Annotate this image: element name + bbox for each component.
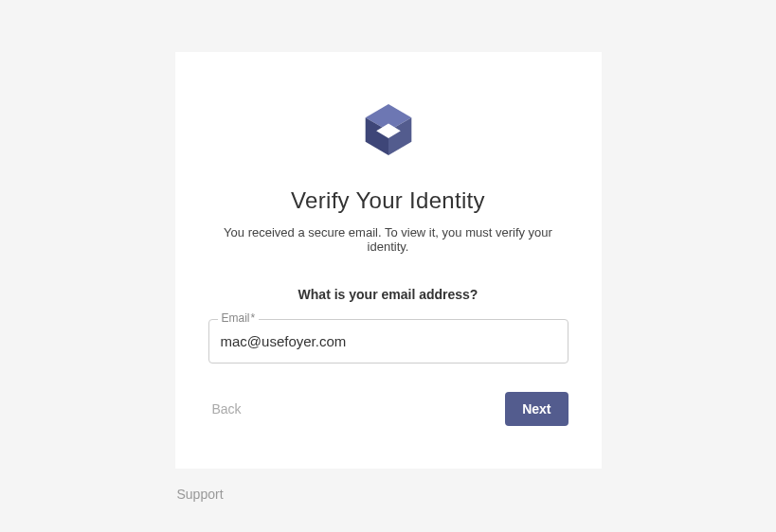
support-link-wrapper: Support [175,486,602,503]
button-row: Back Next [208,392,568,426]
page-title: Verify Your Identity [291,187,485,214]
next-button[interactable]: Next [505,392,568,426]
support-link[interactable]: Support [177,487,224,502]
page-subtitle: You received a secure email. To view it,… [208,225,568,254]
verify-card: Verify Your Identity You received a secu… [175,52,602,469]
email-input[interactable] [208,319,568,364]
email-label-text: Email [222,311,250,325]
brand-logo-icon [358,99,419,164]
back-button[interactable]: Back [208,394,245,424]
required-mark: * [251,311,256,325]
email-prompt: What is your email address? [298,287,478,302]
email-label: Email* [218,311,260,325]
email-field-wrapper: Email* [208,319,568,364]
